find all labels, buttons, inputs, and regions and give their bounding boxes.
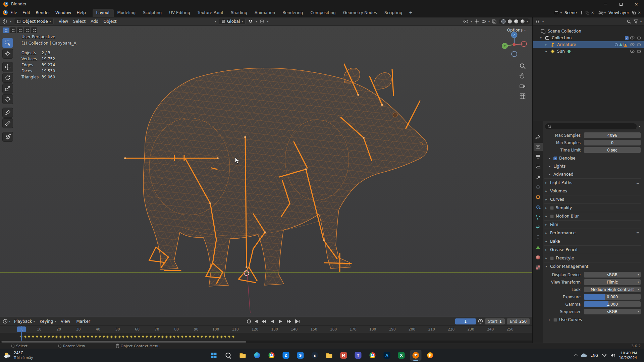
Motion Blur[interactable]: ▸ Motion Blur <box>544 212 641 220</box>
panel-checkbox[interactable] <box>550 256 554 260</box>
menu-item[interactable]: Edit <box>20 10 33 15</box>
bone-data-icon[interactable] <box>619 43 622 46</box>
tool-measure[interactable] <box>2 118 13 128</box>
timeline-ruler[interactable]: 1 10203040506070809010011012013014015016… <box>0 326 532 333</box>
overlays-icon[interactable] <box>481 19 486 24</box>
timeline-editor-caret[interactable]: ▾ <box>9 320 10 323</box>
properties-tab-render[interactable] <box>534 143 543 151</box>
add-workspace-button[interactable]: + <box>406 9 415 17</box>
network-icon[interactable] <box>602 353 607 357</box>
navigation-gizmo[interactable]: Z Y <box>500 31 528 59</box>
subsection-header[interactable]: ▸ Lights <box>544 162 641 170</box>
prev-keyframe-button[interactable] <box>260 318 268 324</box>
Volumes[interactable]: ▸ Volumes <box>544 187 641 195</box>
menu-item[interactable]: Help <box>74 10 88 15</box>
cm-row-field[interactable]: sRGB ▾ <box>584 272 641 278</box>
keyframe-diamond[interactable] <box>196 335 200 339</box>
shading-rendered-button[interactable] <box>520 19 525 24</box>
keyframe-diamond[interactable] <box>71 335 74 339</box>
unlink-scene-icon[interactable]: × <box>591 10 595 15</box>
outliner-item-sun[interactable]: ▸ Sun ✓ <box>533 48 644 55</box>
timeline-scrollbar[interactable] <box>0 341 532 343</box>
outliner-item-label[interactable]: Armature <box>557 42 576 47</box>
keyframe-diamond[interactable] <box>35 335 39 339</box>
taskbar-app-adobe[interactable]: A <box>381 350 393 361</box>
auto-keyframe-button[interactable] <box>247 319 251 323</box>
workspace-tab[interactable]: Scripting <box>381 9 406 17</box>
select-mode-invert-button[interactable] <box>24 27 30 33</box>
keyframe-diamond[interactable] <box>122 335 125 339</box>
workspace-tab[interactable]: Modeling <box>114 9 140 17</box>
properties-tab-scene[interactable] <box>534 173 543 181</box>
keyframe-diamond[interactable] <box>59 335 62 339</box>
keyframe-diamond[interactable] <box>32 335 35 339</box>
cm-row-field[interactable]: Filmic ▾ <box>584 279 641 285</box>
workspace-tab[interactable]: Animation <box>251 9 279 17</box>
play-button[interactable] <box>277 318 284 324</box>
select-mode-extend-button[interactable] <box>10 27 16 33</box>
viewport-menu-item[interactable]: View <box>56 18 70 24</box>
properties-tab-object[interactable] <box>534 193 543 201</box>
editor-type-caret[interactable]: ▾ <box>10 20 11 23</box>
select-mode-intersect-button[interactable] <box>31 27 37 33</box>
hide-eye-icon[interactable] <box>630 36 635 40</box>
timeline-menu-item[interactable]: Playback ▾ <box>12 319 37 324</box>
mode-dropdown[interactable]: Object Mode ▾ <box>14 18 54 25</box>
gizmos-icon[interactable] <box>474 19 479 24</box>
orientation-dropdown[interactable]: Global ▾ <box>219 18 246 25</box>
tool-select-box[interactable] <box>2 38 13 48</box>
use-curves-checkbox[interactable] <box>553 318 557 322</box>
properties-tab-particles[interactable] <box>534 213 543 221</box>
play-reverse-button[interactable] <box>268 318 276 324</box>
outliner-item-label[interactable]: Scene Collection <box>548 29 581 34</box>
keyframe-diamond[interactable] <box>192 335 196 339</box>
taskbar-app-search[interactable] <box>223 350 234 361</box>
keyframe-diamond[interactable] <box>78 335 82 339</box>
keyframe-diamond[interactable] <box>51 335 54 339</box>
workspace-tab[interactable]: Compositing <box>307 9 339 17</box>
keyframe-diamond[interactable] <box>153 335 156 339</box>
shading-material-button[interactable] <box>514 19 519 24</box>
pin-icon[interactable] <box>579 10 584 15</box>
ortho-grid-icon[interactable] <box>519 93 526 100</box>
timeline-menu-item[interactable]: Keying ▾ <box>37 319 58 324</box>
keyframe-diamond[interactable] <box>83 335 86 339</box>
keyframe-diamond[interactable] <box>180 335 184 339</box>
keyframe-diamond[interactable] <box>157 335 160 339</box>
keyframe-diamond[interactable] <box>28 335 31 339</box>
pivot-caret[interactable]: ▾ <box>215 20 216 23</box>
cm-row-field[interactable]: 0.000 <box>584 294 641 300</box>
panel-checkbox[interactable] <box>550 215 554 218</box>
jump-to-end-button[interactable] <box>293 318 301 324</box>
keyframe-diamond[interactable] <box>90 335 94 339</box>
jump-to-start-button[interactable] <box>252 318 259 324</box>
keyframe-diamond[interactable] <box>47 335 50 339</box>
properties-tab-world[interactable] <box>534 183 543 191</box>
taskbar-app-chrome[interactable] <box>266 350 277 361</box>
overlays-caret[interactable]: ▾ <box>488 20 490 23</box>
keyframe-diamond[interactable] <box>224 335 227 339</box>
properties-tab-material[interactable] <box>534 253 543 261</box>
current-frame-field[interactable]: 1 <box>455 318 476 324</box>
shading-solid-button[interactable] <box>507 19 512 24</box>
menu-item[interactable]: Window <box>53 10 74 15</box>
tool-add-cube[interactable] <box>2 132 13 142</box>
outliner-item-label[interactable]: Collection <box>552 36 572 40</box>
xray-icon[interactable] <box>492 19 496 24</box>
scene-dropdown-caret[interactable]: ▾ <box>560 11 562 14</box>
camera-view-icon[interactable] <box>519 83 526 89</box>
taskbar-app-edge[interactable] <box>252 350 263 361</box>
proportional-caret[interactable]: ▾ <box>267 20 268 23</box>
Bake[interactable]: ▸ Bake <box>544 237 641 245</box>
keyframe-diamond[interactable] <box>39 335 43 339</box>
workspace-tab[interactable]: Texture Paint <box>194 9 227 17</box>
keyframe-diamond[interactable] <box>184 335 188 339</box>
new-scene-icon[interactable] <box>585 10 590 15</box>
viewlayer-name[interactable]: ViewLayer <box>608 10 629 15</box>
outliner-editor-caret[interactable]: ▾ <box>542 20 544 23</box>
outliner-search-icon[interactable] <box>627 19 631 24</box>
denoise-checkbox[interactable]: ✓ <box>553 157 557 160</box>
use-curves-row[interactable]: ▸ Use Curves <box>544 316 641 324</box>
taskbar-app-firefox[interactable]: F <box>425 350 436 361</box>
taskbar-app-browser[interactable] <box>367 350 378 361</box>
